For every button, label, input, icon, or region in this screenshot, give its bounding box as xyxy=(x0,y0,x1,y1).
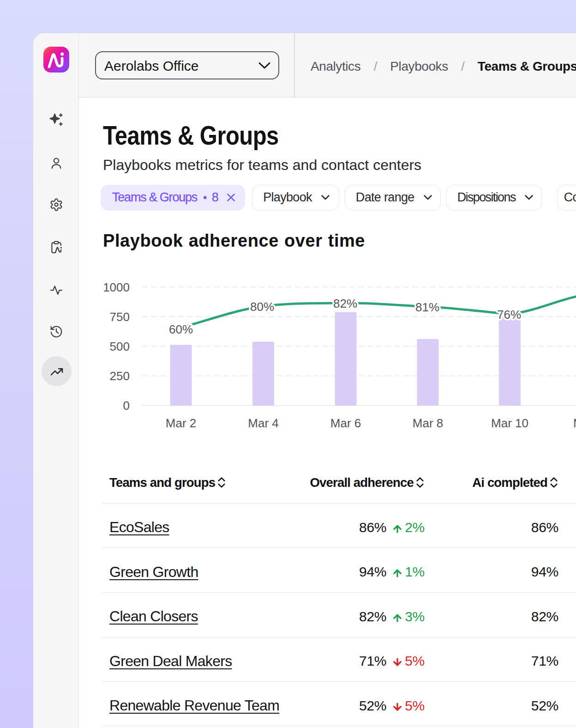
svg-text:60%: 60% xyxy=(169,322,193,336)
svg-text:82%: 82% xyxy=(333,296,357,310)
svg-text:500: 500 xyxy=(110,339,130,353)
svg-text:1000: 1000 xyxy=(103,280,130,294)
svg-text:250: 250 xyxy=(110,369,130,382)
svg-text:Mar 4: Mar 4 xyxy=(248,416,278,430)
svg-text:Mar 2: Mar 2 xyxy=(166,416,196,430)
svg-text:81%: 81% xyxy=(415,300,439,314)
svg-text:76%: 76% xyxy=(497,307,521,321)
svg-text:0: 0 xyxy=(123,399,130,413)
svg-text:750: 750 xyxy=(110,309,130,323)
svg-text:80%: 80% xyxy=(250,299,274,313)
svg-text:Mar 6: Mar 6 xyxy=(330,416,361,430)
svg-text:Mar 8: Mar 8 xyxy=(413,416,443,430)
svg-text:Mar 10: Mar 10 xyxy=(491,416,528,430)
svg-text:Mar 12: Mar 12 xyxy=(573,416,576,430)
